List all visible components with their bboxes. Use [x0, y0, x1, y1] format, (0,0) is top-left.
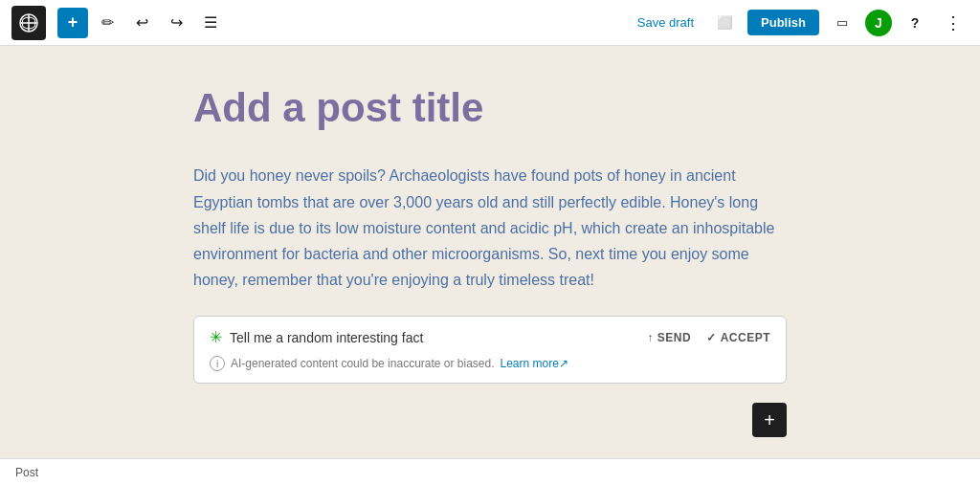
toolbar-right: Save draft ⬜ Publish ▭ J ? ⋮: [630, 8, 969, 38]
info-icon: i: [210, 356, 225, 371]
external-link-icon: ↗: [559, 357, 568, 370]
sidebar-toggle-button[interactable]: ▭: [827, 8, 858, 38]
list-icon: ☰: [204, 13, 217, 32]
post-title[interactable]: Add a post title: [193, 84, 787, 132]
view-button[interactable]: ⬜: [709, 8, 740, 38]
editor-area: Add a post title Did you honey never spo…: [0, 46, 980, 458]
more-options-button[interactable]: ⋮: [938, 8, 969, 38]
wp-logo-icon[interactable]: [11, 6, 46, 40]
send-icon: ↑: [647, 331, 654, 344]
help-button[interactable]: ?: [900, 8, 930, 38]
ai-sparkle-icon: ✳: [210, 328, 222, 346]
jetpack-icon[interactable]: J: [865, 10, 892, 36]
ai-send-button[interactable]: ↑ SEND: [647, 331, 691, 344]
ai-disclaimer: i AI-generated content could be inaccura…: [210, 356, 770, 371]
pencil-icon: ✏: [101, 13, 114, 32]
ai-box-left: ✳ Tell me a random interesting fact: [210, 328, 423, 346]
ai-learn-more-link[interactable]: Learn more↗: [501, 357, 568, 370]
add-block-inline-button[interactable]: +: [752, 403, 787, 437]
add-block-button[interactable]: +: [57, 8, 88, 38]
ai-actions: ↑ SEND ✓ ACCEPT: [647, 331, 770, 344]
status-bar: Post: [0, 458, 980, 485]
more-icon: ⋮: [945, 12, 962, 33]
toolbar: + ✏ ↩ ↪ ☰ Save draft ⬜ Publish ▭: [0, 0, 980, 46]
ai-disclaimer-text: AI-generated content could be inaccurate…: [231, 357, 495, 370]
sidebar-icon: ▭: [836, 15, 848, 30]
list-view-button[interactable]: ☰: [195, 8, 226, 38]
view-icon: ⬜: [717, 15, 733, 30]
accept-icon: ✓: [706, 331, 717, 344]
ai-accept-button[interactable]: ✓ ACCEPT: [706, 331, 770, 344]
plus-icon: +: [68, 12, 78, 33]
toolbar-left: + ✏ ↩ ↪ ☰: [11, 6, 226, 40]
redo-button[interactable]: ↪: [161, 8, 191, 38]
editor-content: Add a post title Did you honey never spo…: [193, 84, 787, 439]
add-block-area: +: [193, 403, 787, 437]
post-body[interactable]: Did you honey never spoils? Archaeologis…: [193, 163, 787, 293]
ai-prompt-text[interactable]: Tell me a random interesting fact: [230, 330, 423, 345]
publish-button[interactable]: Publish: [747, 10, 819, 35]
undo-icon: ↩: [136, 13, 148, 32]
redo-icon: ↪: [170, 13, 183, 32]
plus-inline-icon: +: [764, 409, 775, 431]
post-type-label: Post: [15, 466, 38, 479]
ai-suggestion-box: ✳ Tell me a random interesting fact ↑ SE…: [193, 316, 787, 384]
tools-button[interactable]: ✏: [92, 8, 122, 38]
ai-box-top: ✳ Tell me a random interesting fact ↑ SE…: [210, 328, 770, 346]
question-icon: ?: [911, 15, 920, 31]
undo-button[interactable]: ↩: [126, 8, 157, 38]
save-draft-button[interactable]: Save draft: [630, 10, 702, 35]
